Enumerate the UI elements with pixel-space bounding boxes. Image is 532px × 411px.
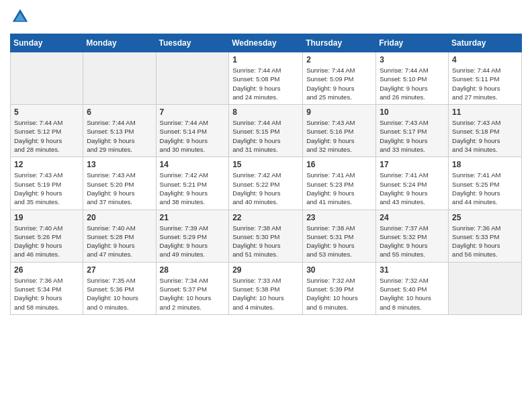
calendar-table: SundayMondayTuesdayWednesdayThursdayFrid… (10, 34, 522, 315)
day-number: 17 (380, 160, 445, 169)
calendar-day-cell: 23Sunrise: 7:38 AM Sunset: 5:31 PM Dayli… (303, 210, 376, 262)
calendar-day-cell: 25Sunrise: 7:36 AM Sunset: 5:33 PM Dayli… (449, 210, 522, 262)
logo (10, 7, 33, 27)
calendar-day-cell: 6Sunrise: 7:44 AM Sunset: 5:13 PM Daylig… (83, 105, 156, 157)
day-number: 11 (452, 107, 518, 117)
calendar-week-row: 12Sunrise: 7:43 AM Sunset: 5:19 PM Dayli… (11, 157, 522, 210)
calendar-day-cell: 14Sunrise: 7:42 AM Sunset: 5:21 PM Dayli… (156, 157, 229, 210)
day-info: Sunrise: 7:42 AM Sunset: 5:21 PM Dayligh… (160, 171, 226, 206)
day-info: Sunrise: 7:41 AM Sunset: 5:23 PM Dayligh… (306, 171, 372, 206)
calendar-day-cell: 20Sunrise: 7:40 AM Sunset: 5:28 PM Dayli… (83, 210, 156, 262)
weekday-header: Wednesday (229, 34, 303, 52)
day-number: 6 (87, 107, 152, 117)
calendar-day-cell: 26Sunrise: 7:36 AM Sunset: 5:34 PM Dayli… (11, 262, 83, 314)
day-number: 3 (380, 55, 445, 64)
day-info: Sunrise: 7:40 AM Sunset: 5:26 PM Dayligh… (14, 224, 79, 259)
day-info: Sunrise: 7:44 AM Sunset: 5:12 PM Dayligh… (14, 118, 79, 154)
calendar-day-cell: 3Sunrise: 7:44 AM Sunset: 5:10 PM Daylig… (376, 52, 449, 105)
calendar-day-cell: 31Sunrise: 7:32 AM Sunset: 5:40 PM Dayli… (376, 262, 449, 314)
day-info: Sunrise: 7:44 AM Sunset: 5:15 PM Dayligh… (232, 118, 299, 154)
calendar-day-cell: 24Sunrise: 7:37 AM Sunset: 5:32 PM Dayli… (376, 210, 449, 262)
day-number: 15 (232, 160, 299, 169)
weekday-header: Saturday (449, 34, 522, 52)
calendar-day-cell: 4Sunrise: 7:44 AM Sunset: 5:11 PM Daylig… (449, 52, 522, 105)
day-info: Sunrise: 7:44 AM Sunset: 5:14 PM Dayligh… (160, 118, 226, 154)
calendar-day-cell: 30Sunrise: 7:32 AM Sunset: 5:39 PM Dayli… (303, 262, 376, 314)
day-number: 26 (14, 265, 79, 275)
day-number: 4 (452, 55, 518, 64)
day-info: Sunrise: 7:32 AM Sunset: 5:39 PM Dayligh… (306, 276, 372, 312)
day-info: Sunrise: 7:34 AM Sunset: 5:37 PM Dayligh… (160, 276, 226, 312)
day-info: Sunrise: 7:43 AM Sunset: 5:20 PM Dayligh… (87, 171, 152, 206)
weekday-header: Friday (376, 34, 449, 52)
page-header (10, 7, 522, 27)
day-info: Sunrise: 7:43 AM Sunset: 5:17 PM Dayligh… (380, 118, 445, 154)
day-info: Sunrise: 7:38 AM Sunset: 5:31 PM Dayligh… (306, 224, 372, 259)
calendar-day-cell: 17Sunrise: 7:41 AM Sunset: 5:24 PM Dayli… (376, 157, 449, 210)
calendar-day-cell: 2Sunrise: 7:44 AM Sunset: 5:09 PM Daylig… (303, 52, 376, 105)
calendar-day-cell (449, 262, 522, 314)
page-container: SundayMondayTuesdayWednesdayThursdayFrid… (0, 0, 532, 322)
calendar-day-cell: 21Sunrise: 7:39 AM Sunset: 5:29 PM Dayli… (156, 210, 229, 262)
calendar-week-row: 5Sunrise: 7:44 AM Sunset: 5:12 PM Daylig… (11, 105, 522, 157)
day-number: 1 (232, 55, 299, 64)
weekday-header: Tuesday (156, 34, 229, 52)
day-number: 23 (306, 213, 372, 222)
day-number: 31 (380, 265, 445, 275)
calendar-day-cell: 8Sunrise: 7:44 AM Sunset: 5:15 PM Daylig… (229, 105, 303, 157)
weekday-header: Sunday (11, 34, 83, 52)
day-number: 22 (232, 213, 299, 222)
calendar-day-cell: 12Sunrise: 7:43 AM Sunset: 5:19 PM Dayli… (11, 157, 83, 210)
day-number: 10 (380, 107, 445, 117)
day-number: 16 (306, 160, 372, 169)
day-number: 9 (306, 107, 372, 117)
day-info: Sunrise: 7:41 AM Sunset: 5:24 PM Dayligh… (380, 171, 445, 206)
calendar-day-cell (156, 52, 229, 105)
weekday-header: Monday (83, 34, 156, 52)
day-info: Sunrise: 7:44 AM Sunset: 5:13 PM Dayligh… (87, 118, 152, 154)
day-number: 19 (14, 213, 79, 222)
calendar-day-cell: 18Sunrise: 7:41 AM Sunset: 5:25 PM Dayli… (449, 157, 522, 210)
calendar-day-cell: 1Sunrise: 7:44 AM Sunset: 5:08 PM Daylig… (229, 52, 303, 105)
calendar-day-cell: 10Sunrise: 7:43 AM Sunset: 5:17 PM Dayli… (376, 105, 449, 157)
day-info: Sunrise: 7:44 AM Sunset: 5:08 PM Dayligh… (232, 66, 299, 101)
day-number: 20 (87, 213, 152, 222)
calendar-day-cell: 9Sunrise: 7:43 AM Sunset: 5:16 PM Daylig… (303, 105, 376, 157)
day-info: Sunrise: 7:40 AM Sunset: 5:28 PM Dayligh… (87, 224, 152, 259)
calendar-day-cell: 11Sunrise: 7:43 AM Sunset: 5:18 PM Dayli… (449, 105, 522, 157)
day-info: Sunrise: 7:38 AM Sunset: 5:30 PM Dayligh… (232, 224, 299, 259)
day-number: 25 (452, 213, 518, 222)
day-info: Sunrise: 7:43 AM Sunset: 5:16 PM Dayligh… (306, 118, 372, 154)
day-info: Sunrise: 7:32 AM Sunset: 5:40 PM Dayligh… (380, 276, 445, 312)
day-info: Sunrise: 7:43 AM Sunset: 5:18 PM Dayligh… (452, 118, 518, 154)
day-info: Sunrise: 7:35 AM Sunset: 5:36 PM Dayligh… (87, 276, 152, 312)
calendar-week-row: 19Sunrise: 7:40 AM Sunset: 5:26 PM Dayli… (11, 210, 522, 262)
day-number: 5 (14, 107, 79, 117)
day-info: Sunrise: 7:39 AM Sunset: 5:29 PM Dayligh… (160, 224, 226, 259)
day-info: Sunrise: 7:43 AM Sunset: 5:19 PM Dayligh… (14, 171, 79, 206)
calendar-day-cell: 13Sunrise: 7:43 AM Sunset: 5:20 PM Dayli… (83, 157, 156, 210)
day-number: 29 (232, 265, 299, 275)
calendar-week-row: 26Sunrise: 7:36 AM Sunset: 5:34 PM Dayli… (11, 262, 522, 314)
logo-icon (10, 7, 30, 27)
calendar-day-cell: 28Sunrise: 7:34 AM Sunset: 5:37 PM Dayli… (156, 262, 229, 314)
day-number: 2 (306, 55, 372, 64)
calendar-day-cell: 27Sunrise: 7:35 AM Sunset: 5:36 PM Dayli… (83, 262, 156, 314)
day-info: Sunrise: 7:36 AM Sunset: 5:33 PM Dayligh… (452, 224, 518, 259)
calendar-day-cell: 15Sunrise: 7:42 AM Sunset: 5:22 PM Dayli… (229, 157, 303, 210)
weekday-header-row: SundayMondayTuesdayWednesdayThursdayFrid… (11, 34, 522, 52)
day-number: 30 (306, 265, 372, 275)
day-info: Sunrise: 7:44 AM Sunset: 5:09 PM Dayligh… (306, 66, 372, 101)
day-number: 14 (160, 160, 226, 169)
day-number: 27 (87, 265, 152, 275)
calendar-day-cell: 22Sunrise: 7:38 AM Sunset: 5:30 PM Dayli… (229, 210, 303, 262)
day-number: 13 (87, 160, 152, 169)
day-info: Sunrise: 7:37 AM Sunset: 5:32 PM Dayligh… (380, 224, 445, 259)
calendar-day-cell (83, 52, 156, 105)
calendar-day-cell: 16Sunrise: 7:41 AM Sunset: 5:23 PM Dayli… (303, 157, 376, 210)
day-info: Sunrise: 7:44 AM Sunset: 5:10 PM Dayligh… (380, 66, 445, 101)
calendar-day-cell: 5Sunrise: 7:44 AM Sunset: 5:12 PM Daylig… (11, 105, 83, 157)
day-number: 8 (232, 107, 299, 117)
calendar-day-cell: 7Sunrise: 7:44 AM Sunset: 5:14 PM Daylig… (156, 105, 229, 157)
day-info: Sunrise: 7:36 AM Sunset: 5:34 PM Dayligh… (14, 276, 79, 312)
